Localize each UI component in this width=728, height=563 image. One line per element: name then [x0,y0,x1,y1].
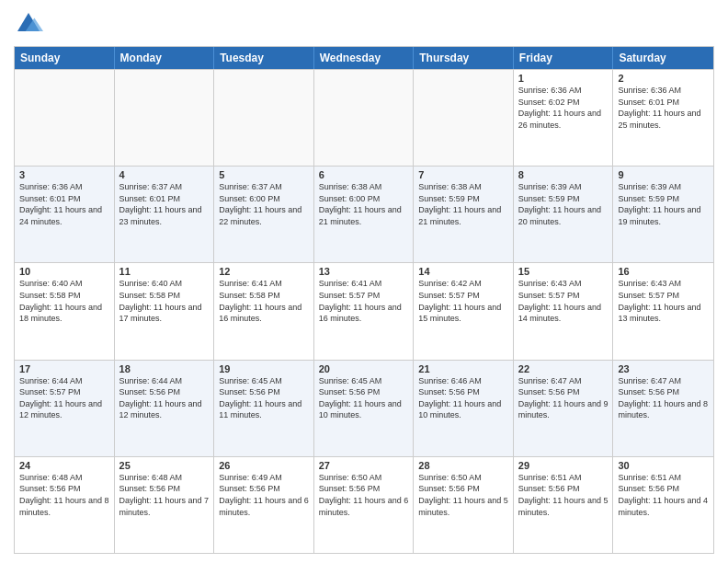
day-info: Sunrise: 6:39 AMSunset: 5:59 PMDaylight:… [618,181,709,227]
day-cell-27: 27Sunrise: 6:50 AMSunset: 5:56 PMDayligh… [314,457,415,553]
day-number: 28 [418,460,508,471]
day-number: 29 [518,460,609,471]
day-info: Sunrise: 6:42 AMSunset: 5:57 PMDaylight:… [418,278,508,324]
calendar-row-3: 17Sunrise: 6:44 AMSunset: 5:57 PMDayligh… [15,360,713,456]
day-cell-4: 4Sunrise: 6:37 AMSunset: 6:01 PMDaylight… [115,167,215,262]
day-cell-17: 17Sunrise: 6:44 AMSunset: 5:57 PMDayligh… [15,361,115,456]
day-info: Sunrise: 6:44 AMSunset: 5:57 PMDaylight:… [19,375,109,421]
day-number: 13 [319,266,409,277]
day-info: Sunrise: 6:40 AMSunset: 5:58 PMDaylight:… [119,278,210,324]
header-day-tuesday: Tuesday [214,47,314,69]
day-info: Sunrise: 6:39 AMSunset: 5:59 PMDaylight:… [518,181,609,227]
day-number: 23 [618,363,709,374]
day-cell-15: 15Sunrise: 6:43 AMSunset: 5:57 PMDayligh… [514,263,614,359]
day-number: 27 [319,460,409,471]
day-info: Sunrise: 6:45 AMSunset: 5:56 PMDaylight:… [319,375,409,421]
day-info: Sunrise: 6:37 AMSunset: 6:01 PMDaylight:… [119,181,210,227]
day-cell-19: 19Sunrise: 6:45 AMSunset: 5:56 PMDayligh… [214,361,314,456]
day-info: Sunrise: 6:50 AMSunset: 5:56 PMDaylight:… [418,472,508,518]
day-number: 26 [219,460,309,471]
day-info: Sunrise: 6:48 AMSunset: 5:56 PMDaylight:… [19,472,109,518]
day-info: Sunrise: 6:47 AMSunset: 5:56 PMDaylight:… [618,375,709,421]
day-info: Sunrise: 6:49 AMSunset: 5:56 PMDaylight:… [219,472,309,518]
day-number: 7 [418,169,508,180]
day-info: Sunrise: 6:44 AMSunset: 5:56 PMDaylight:… [119,375,210,421]
day-info: Sunrise: 6:38 AMSunset: 6:00 PMDaylight:… [319,181,409,227]
day-number: 20 [319,363,409,374]
header-day-thursday: Thursday [414,47,514,69]
day-cell-22: 22Sunrise: 6:47 AMSunset: 5:56 PMDayligh… [514,361,614,456]
day-cell-12: 12Sunrise: 6:41 AMSunset: 5:58 PMDayligh… [214,263,314,359]
day-info: Sunrise: 6:37 AMSunset: 6:00 PMDaylight:… [219,181,309,227]
day-cell-1: 1Sunrise: 6:36 AMSunset: 6:02 PMDaylight… [514,70,614,166]
day-number: 1 [518,73,609,84]
day-number: 6 [319,169,409,180]
header-day-saturday: Saturday [613,47,713,69]
empty-cell-r0c4 [414,70,514,166]
calendar-row-4: 24Sunrise: 6:48 AMSunset: 5:56 PMDayligh… [15,456,713,553]
day-number: 16 [618,266,709,277]
day-cell-26: 26Sunrise: 6:49 AMSunset: 5:56 PMDayligh… [214,457,314,553]
day-info: Sunrise: 6:43 AMSunset: 5:57 PMDaylight:… [618,278,709,324]
header-day-sunday: Sunday [15,47,115,69]
day-cell-20: 20Sunrise: 6:45 AMSunset: 5:56 PMDayligh… [314,361,415,456]
day-info: Sunrise: 6:47 AMSunset: 5:56 PMDaylight:… [518,375,609,421]
day-info: Sunrise: 6:51 AMSunset: 5:56 PMDaylight:… [518,472,609,518]
day-number: 12 [219,266,309,277]
day-cell-16: 16Sunrise: 6:43 AMSunset: 5:57 PMDayligh… [613,263,713,359]
day-cell-7: 7Sunrise: 6:38 AMSunset: 5:59 PMDaylight… [414,167,514,262]
day-number: 22 [518,363,609,374]
calendar: SundayMondayTuesdayWednesdayThursdayFrid… [14,46,714,554]
day-info: Sunrise: 6:38 AMSunset: 5:59 PMDaylight:… [418,181,508,227]
day-number: 14 [418,266,508,277]
day-cell-5: 5Sunrise: 6:37 AMSunset: 6:00 PMDaylight… [214,167,314,262]
day-cell-10: 10Sunrise: 6:40 AMSunset: 5:58 PMDayligh… [15,263,115,359]
day-number: 10 [19,266,109,277]
day-number: 11 [119,266,210,277]
empty-cell-r0c1 [115,70,215,166]
page: SundayMondayTuesdayWednesdayThursdayFrid… [0,0,728,563]
day-info: Sunrise: 6:45 AMSunset: 5:56 PMDaylight:… [219,375,309,421]
day-cell-21: 21Sunrise: 6:46 AMSunset: 5:56 PMDayligh… [414,361,514,456]
day-number: 4 [119,169,210,180]
logo [14,9,47,39]
day-number: 2 [618,73,709,84]
day-cell-6: 6Sunrise: 6:38 AMSunset: 6:00 PMDaylight… [314,167,415,262]
header-day-monday: Monday [115,47,215,69]
day-cell-3: 3Sunrise: 6:36 AMSunset: 6:01 PMDaylight… [15,167,115,262]
day-number: 15 [518,266,609,277]
day-cell-14: 14Sunrise: 6:42 AMSunset: 5:57 PMDayligh… [414,263,514,359]
day-info: Sunrise: 6:36 AMSunset: 6:01 PMDaylight:… [618,85,709,131]
day-info: Sunrise: 6:50 AMSunset: 5:56 PMDaylight:… [319,472,409,518]
day-cell-25: 25Sunrise: 6:48 AMSunset: 5:56 PMDayligh… [115,457,215,553]
day-number: 3 [19,169,109,180]
day-cell-13: 13Sunrise: 6:41 AMSunset: 5:57 PMDayligh… [314,263,415,359]
day-number: 19 [219,363,309,374]
calendar-row-0: 1Sunrise: 6:36 AMSunset: 6:02 PMDaylight… [15,69,713,166]
day-info: Sunrise: 6:36 AMSunset: 6:01 PMDaylight:… [19,181,109,227]
calendar-header: SundayMondayTuesdayWednesdayThursdayFrid… [15,47,713,69]
day-info: Sunrise: 6:40 AMSunset: 5:58 PMDaylight:… [19,278,109,324]
header-day-friday: Friday [514,47,614,69]
empty-cell-r0c3 [314,70,415,166]
empty-cell-r0c0 [15,70,115,166]
day-info: Sunrise: 6:51 AMSunset: 5:56 PMDaylight:… [618,472,709,518]
day-info: Sunrise: 6:48 AMSunset: 5:56 PMDaylight:… [119,472,210,518]
day-info: Sunrise: 6:36 AMSunset: 6:02 PMDaylight:… [518,85,609,131]
day-cell-8: 8Sunrise: 6:39 AMSunset: 5:59 PMDaylight… [514,167,614,262]
day-number: 5 [219,169,309,180]
day-cell-30: 30Sunrise: 6:51 AMSunset: 5:56 PMDayligh… [613,457,713,553]
day-cell-24: 24Sunrise: 6:48 AMSunset: 5:56 PMDayligh… [15,457,115,553]
day-cell-28: 28Sunrise: 6:50 AMSunset: 5:56 PMDayligh… [414,457,514,553]
day-cell-2: 2Sunrise: 6:36 AMSunset: 6:01 PMDaylight… [613,70,713,166]
day-number: 25 [119,460,210,471]
header [14,9,714,39]
day-cell-23: 23Sunrise: 6:47 AMSunset: 5:56 PMDayligh… [613,361,713,456]
day-number: 18 [119,363,210,374]
day-cell-9: 9Sunrise: 6:39 AMSunset: 5:59 PMDaylight… [613,167,713,262]
day-number: 24 [19,460,109,471]
day-number: 17 [19,363,109,374]
day-number: 8 [518,169,609,180]
calendar-row-2: 10Sunrise: 6:40 AMSunset: 5:58 PMDayligh… [15,262,713,359]
day-number: 21 [418,363,508,374]
